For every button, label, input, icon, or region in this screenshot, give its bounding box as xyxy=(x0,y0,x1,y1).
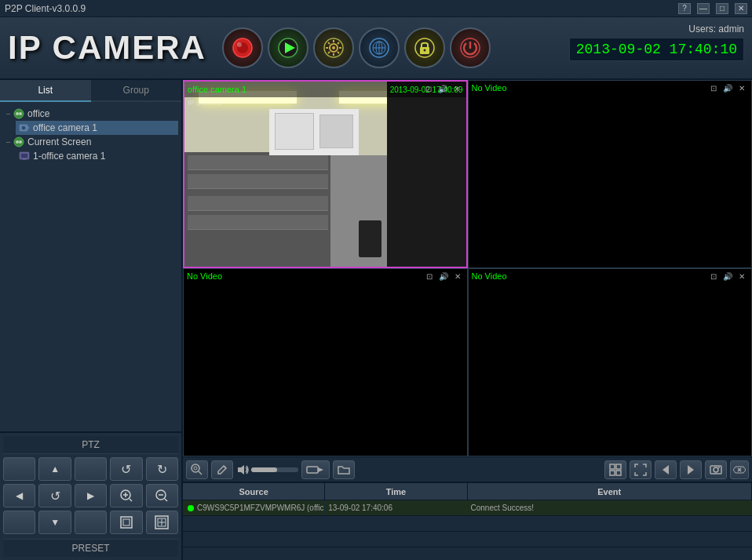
minimize-button[interactable]: — xyxy=(697,3,710,14)
close-button[interactable]: ✕ xyxy=(735,3,747,14)
svg-point-52 xyxy=(192,464,199,472)
col-event: Event xyxy=(468,483,753,500)
svg-point-27 xyxy=(16,112,19,115)
tree-item-office-camera-1[interactable]: office camera 1 xyxy=(16,121,178,135)
svg-line-14 xyxy=(338,42,339,44)
help-button[interactable]: ? xyxy=(678,3,691,14)
volume-slider[interactable] xyxy=(251,467,298,472)
cell3-close[interactable]: ✕ xyxy=(451,271,464,282)
title-bar-controls: ? — □ ✕ xyxy=(678,3,747,14)
svg-rect-38 xyxy=(23,159,26,160)
svg-point-67 xyxy=(718,467,720,468)
cell1-expand[interactable]: ⊡ xyxy=(422,83,435,94)
datetime-display: 2013-09-02 17:40:10 xyxy=(569,38,744,61)
svg-rect-60 xyxy=(616,464,621,469)
user-info: Users: admin xyxy=(569,24,744,35)
tree-item-office[interactable]: – office xyxy=(3,107,178,121)
svg-point-7 xyxy=(332,46,335,49)
cell4-expand[interactable]: ⊡ xyxy=(707,271,720,282)
network-button[interactable] xyxy=(359,27,400,68)
svg-point-35 xyxy=(19,140,22,144)
ptz-focus-near[interactable] xyxy=(110,511,142,534)
no-video-label-3: No Video xyxy=(187,271,222,282)
svg-point-34 xyxy=(16,140,19,144)
grid-view-button[interactable] xyxy=(604,460,626,479)
ptz-center[interactable]: ↺ xyxy=(38,484,71,507)
fullscreen-button[interactable] xyxy=(630,460,652,479)
svg-point-32 xyxy=(23,127,24,129)
zoom-button[interactable] xyxy=(186,460,208,479)
cell2-close[interactable]: ✕ xyxy=(736,82,748,93)
svg-line-42 xyxy=(130,499,132,501)
svg-rect-47 xyxy=(123,519,130,525)
video-cell-1[interactable]: office camera 1 2013-09-02 17:40:09 xyxy=(183,80,468,268)
svg-point-66 xyxy=(714,467,718,472)
svg-rect-61 xyxy=(610,471,615,475)
ptz-empty-4[interactable] xyxy=(75,511,107,534)
ptz-empty-1[interactable] xyxy=(3,457,35,481)
prev-channel-button[interactable] xyxy=(655,460,677,479)
no-video-label-4: No Video xyxy=(472,271,507,282)
header: IP CAMERA xyxy=(0,17,752,80)
record-button[interactable] xyxy=(222,27,263,68)
ptz-zoom-out[interactable] xyxy=(146,484,178,507)
svg-marker-58 xyxy=(318,467,323,472)
play-button[interactable] xyxy=(268,27,308,68)
ptz-down[interactable]: ▼ xyxy=(38,511,71,534)
cell4-close[interactable]: ✕ xyxy=(736,271,748,282)
main-layout: List Group – office xyxy=(0,80,752,560)
ptz-rotate-ccw[interactable]: ↺ xyxy=(110,457,142,481)
video-cell-3[interactable]: No Video ⊡ 🔊 ✕ xyxy=(183,268,468,456)
tab-group[interactable]: Group xyxy=(91,80,182,102)
tree-item-current-screen[interactable]: – Current Screen xyxy=(3,135,178,149)
ptz-focus-far[interactable] xyxy=(146,511,178,534)
video-title-1: office camera 1 xyxy=(188,85,390,94)
svg-point-2 xyxy=(237,42,242,47)
svg-rect-37 xyxy=(21,154,27,158)
cell3-audio[interactable]: 🔊 xyxy=(437,271,450,282)
folder-icon xyxy=(13,108,24,119)
event-source-1: C9WS9C5P1MFZVMPWMR6J (office c... xyxy=(183,500,325,515)
ptz-right[interactable]: ▶ xyxy=(75,484,107,507)
cell4-audio[interactable]: 🔊 xyxy=(721,271,734,282)
lock-button[interactable] xyxy=(404,27,445,68)
tree-item-screen-1[interactable]: 1-office camera 1 xyxy=(16,149,178,163)
ptz-empty-3[interactable] xyxy=(3,511,35,534)
ptz-empty-2[interactable] xyxy=(75,457,107,481)
event-row-4 xyxy=(183,547,752,560)
svg-rect-59 xyxy=(610,464,615,469)
ptz-rotate-cw[interactable]: ↻ xyxy=(146,457,178,481)
next-channel-button[interactable] xyxy=(680,460,702,479)
draw-button[interactable] xyxy=(211,460,233,479)
ptz-up[interactable]: ▲ xyxy=(38,457,71,481)
ptz-controls: ▲ ↺ ↻ ◀ ↺ ▶ xyxy=(3,457,178,534)
video-cell-4[interactable]: No Video ⊡ 🔊 ✕ xyxy=(468,268,753,456)
cell1-close[interactable]: ✕ xyxy=(451,83,463,94)
tab-list[interactable]: List xyxy=(0,80,91,102)
cell2-audio[interactable]: 🔊 xyxy=(721,82,734,93)
video-grid: office camera 1 2013-09-02 17:40:09 xyxy=(183,80,752,456)
power-button[interactable] xyxy=(450,27,491,68)
event-row-1[interactable]: C9WS9C5P1MFZVMPWMR6J (office c... 13-09-… xyxy=(183,500,752,516)
folder-button[interactable] xyxy=(333,460,355,479)
ptz-zoom-in[interactable] xyxy=(110,484,142,507)
cell1-audio[interactable]: 🔊 xyxy=(436,83,449,94)
stream-button[interactable] xyxy=(301,460,330,479)
col-source: Source xyxy=(183,483,325,500)
video-cell-2[interactable]: No Video ⊡ 🔊 ✕ xyxy=(468,80,753,268)
cell2-expand[interactable]: ⊡ xyxy=(707,82,720,93)
watermark: IP Camera xyxy=(188,99,221,107)
settings-button[interactable] xyxy=(313,27,354,68)
maximize-button[interactable]: □ xyxy=(716,3,728,14)
svg-line-15 xyxy=(328,52,330,53)
snapshot-button[interactable] xyxy=(705,460,727,479)
ptz-title: PTZ xyxy=(3,436,178,454)
ptz-left[interactable]: ◀ xyxy=(3,484,35,507)
svg-marker-56 xyxy=(238,465,244,475)
bottom-toolbar xyxy=(183,456,752,482)
svg-point-53 xyxy=(194,467,197,470)
event-log-header: Source Time Event xyxy=(183,483,752,500)
more-button[interactable] xyxy=(730,460,749,479)
cell3-expand[interactable]: ⊡ xyxy=(423,271,436,282)
svg-rect-57 xyxy=(307,467,318,473)
